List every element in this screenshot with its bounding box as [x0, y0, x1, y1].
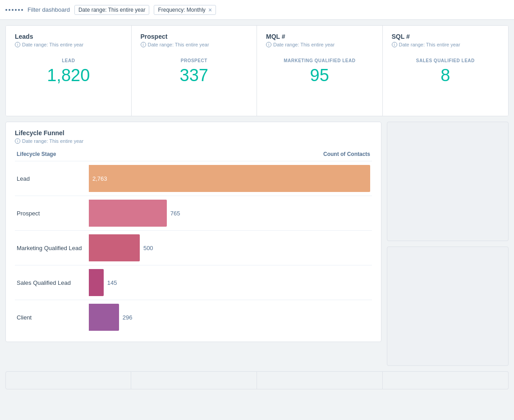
bar-row-chart: 765: [87, 196, 372, 230]
metric-card-sql-label: SALES QUALIFIED LEAD: [392, 58, 500, 63]
metric-card-sql-value: 8: [392, 66, 500, 85]
frequency-tag-close[interactable]: ×: [208, 7, 212, 13]
metric-card-mql-value: 95: [266, 66, 373, 85]
metric-card-mql-title: MQL #: [266, 33, 373, 40]
metric-card-leads-value: 1,820: [15, 66, 122, 85]
bar-row: Lead2,763: [15, 161, 372, 196]
metric-card-leads-label: LEAD: [15, 58, 122, 63]
bar-value-outside: 296: [123, 314, 133, 321]
funnel-col-left: Lifecycle Stage: [17, 151, 56, 157]
info-icon-prospect: i: [141, 42, 146, 47]
frequency-tag-text: Frequency: Monthly: [158, 7, 205, 13]
date-range-tag-text: Date range: This entire year: [78, 7, 146, 13]
bar-row: Client296: [15, 300, 372, 334]
bar-row-chart: 145: [87, 265, 372, 300]
sidebar-placeholder-bottom: [387, 247, 509, 366]
mini-card-1: [5, 371, 131, 389]
bar-row: Sales Qualified Lead145: [15, 265, 372, 300]
metric-card-sql: SQL # i Date range: This entire year SAL…: [383, 26, 509, 116]
date-range-tag[interactable]: Date range: This entire year: [74, 5, 150, 15]
bar-row-label: Sales Qualified Lead: [15, 265, 87, 300]
metric-card-sql-subtitle: i Date range: This entire year: [392, 42, 500, 47]
mini-card-2: [131, 371, 257, 389]
info-icon-leads: i: [15, 42, 20, 47]
bar: [89, 200, 167, 227]
metric-card-mql-label: MARKETING QUALIFIED LEAD: [266, 58, 373, 63]
metric-card-prospect-subtitle: i Date range: This entire year: [141, 42, 248, 47]
bar-row: Prospect765: [15, 196, 372, 230]
bar-value-outside: 145: [107, 279, 117, 286]
funnel-card: Lifecycle Funnel i Date range: This enti…: [5, 122, 381, 342]
sidebar-placeholder-top: [387, 122, 509, 241]
metric-card-prospect: Prospect i Date range: This entire year …: [132, 26, 257, 116]
info-icon-mql: i: [266, 42, 271, 47]
filter-icon[interactable]: [5, 9, 23, 11]
bar-row: Marketing Qualified Lead500: [15, 230, 372, 265]
metric-card-mql: MQL # i Date range: This entire year MAR…: [257, 26, 383, 116]
metric-card-prospect-title: Prospect: [141, 33, 248, 40]
chart-area: Lead2,763Prospect765Marketing Qualified …: [15, 161, 372, 334]
funnel-header-row: Lifecycle Stage Count of Contacts: [15, 151, 372, 157]
bar: [89, 269, 104, 296]
mini-card-4: [383, 371, 509, 389]
mini-card-3: [257, 371, 383, 389]
right-sidebar: [387, 122, 509, 366]
bar-row-chart: 500: [87, 231, 372, 265]
funnel-col-right: Count of Contacts: [323, 151, 370, 157]
metric-card-leads-title: Leads: [15, 33, 122, 40]
metric-card-mql-subtitle: i Date range: This entire year: [266, 42, 373, 47]
bar-row-label: Marketing Qualified Lead: [15, 231, 87, 265]
filter-bar: Filter dashboard Date range: This entire…: [0, 0, 514, 20]
bar: [89, 304, 119, 331]
metric-card-prospect-value: 337: [141, 66, 248, 85]
metric-card-prospect-label: PROSPECT: [141, 58, 248, 63]
main-content: Leads i Date range: This entire year LEA…: [0, 20, 514, 395]
info-icon-funnel: i: [15, 138, 20, 144]
metric-card-leads-subtitle: i Date range: This entire year: [15, 42, 122, 47]
info-icon-sql: i: [392, 42, 397, 47]
bar-row-label: Prospect: [15, 196, 87, 230]
bar-value-outside: 765: [170, 210, 180, 217]
metric-cards-row: Leads i Date range: This entire year LEA…: [5, 25, 509, 116]
funnel-subtitle: i Date range: This entire year: [15, 138, 372, 144]
frequency-tag[interactable]: Frequency: Monthly ×: [154, 5, 216, 15]
bar: [89, 234, 140, 261]
bar-row-chart: 296: [87, 300, 372, 334]
bar-row-chart: 2,763: [87, 161, 372, 196]
bottom-mini-row: [5, 371, 509, 389]
bar-row-label: Lead: [15, 161, 87, 196]
bar: 2,763: [89, 165, 370, 192]
metric-card-sql-title: SQL #: [392, 33, 500, 40]
metric-card-leads: Leads i Date range: This entire year LEA…: [6, 26, 132, 116]
bar-value-outside: 500: [143, 245, 153, 251]
bar-row-label: Client: [15, 300, 87, 334]
filter-dashboard-label[interactable]: Filter dashboard: [28, 6, 70, 13]
funnel-title: Lifecycle Funnel: [15, 129, 372, 137]
